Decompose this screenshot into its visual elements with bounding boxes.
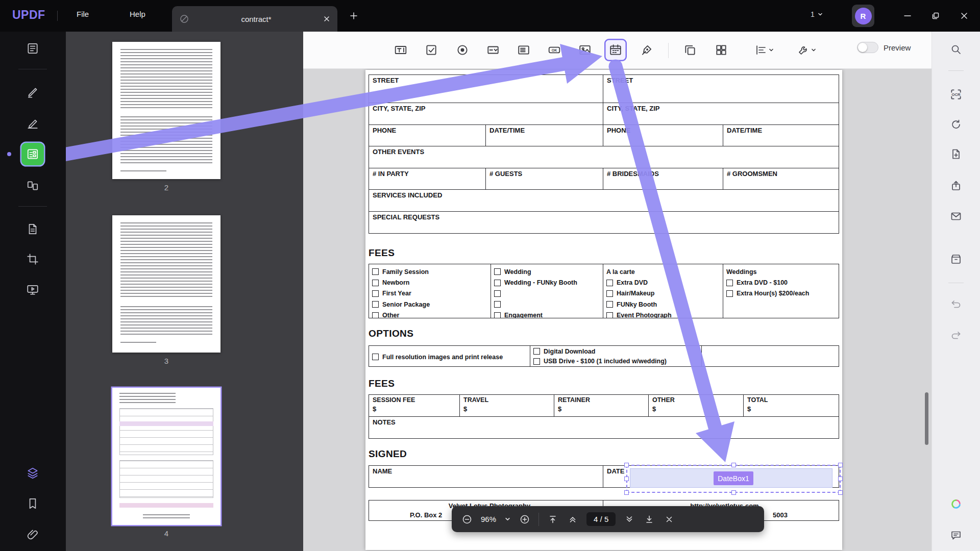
- signature-field-tool[interactable]: [635, 39, 658, 61]
- fees-checkbox-table: Family Session Newborn First Year Senior…: [369, 264, 839, 318]
- resize-handle[interactable]: [731, 490, 736, 495]
- form-field-button[interactable]: [21, 143, 44, 165]
- share-button[interactable]: [945, 175, 967, 196]
- button-field-tool[interactable]: OK: [543, 39, 566, 61]
- checkbox-label: FUNky Booth: [617, 301, 657, 308]
- field-label: # IN PARTY: [373, 170, 409, 178]
- tab-close-icon[interactable]: [323, 15, 330, 22]
- resize-handle[interactable]: [731, 463, 736, 467]
- last-page-button[interactable]: [643, 513, 655, 525]
- layout-tool[interactable]: [710, 39, 732, 61]
- zoom-out-button[interactable]: [461, 513, 473, 525]
- checkbox[interactable]: [494, 301, 501, 308]
- restore-button[interactable]: [927, 8, 944, 23]
- new-tab-button[interactable]: [346, 8, 361, 23]
- checkbox[interactable]: [494, 312, 501, 318]
- zoom-in-button[interactable]: [519, 513, 531, 525]
- resize-handle[interactable]: [838, 463, 843, 467]
- radio-field-tool[interactable]: [451, 39, 474, 61]
- checkbox[interactable]: [494, 268, 501, 275]
- checkbox[interactable]: [372, 268, 379, 275]
- next-page-button[interactable]: [623, 513, 635, 525]
- bookmarks-button[interactable]: [21, 492, 44, 515]
- preview-toggle[interactable]: [857, 42, 878, 53]
- checkbox[interactable]: [372, 354, 379, 360]
- extract-button[interactable]: [21, 218, 44, 240]
- vertical-scrollbar[interactable]: [925, 392, 928, 445]
- checkbox[interactable]: [494, 290, 501, 297]
- undo-button[interactable]: [945, 293, 967, 315]
- dropdown-field-tool[interactable]: [482, 39, 504, 61]
- thumbnail-page-3[interactable]: 3: [112, 215, 220, 365]
- resize-handle[interactable]: [624, 490, 629, 495]
- save-as-button[interactable]: [945, 143, 967, 165]
- resize-handle[interactable]: [624, 477, 629, 481]
- column-header: TRAVEL: [463, 396, 554, 404]
- zoom-level[interactable]: 96%: [481, 515, 496, 523]
- ai-assistant-button[interactable]: [945, 493, 967, 515]
- field-label: CITY, STATE, ZIP: [607, 105, 660, 112]
- checkbox[interactable]: [726, 290, 733, 297]
- field-label: NAME: [373, 467, 392, 475]
- document-tab[interactable]: contract*: [172, 6, 337, 32]
- duplicate-field-tool[interactable]: [679, 39, 701, 61]
- window-count-dropdown[interactable]: 1: [811, 10, 823, 18]
- edit-pdf-button[interactable]: [21, 112, 44, 135]
- field-label: # GUESTS: [489, 170, 522, 178]
- page-thumbnails-button[interactable]: [21, 462, 44, 484]
- duplicate-icon: [683, 43, 697, 57]
- ocr-button[interactable]: OCR: [945, 84, 967, 105]
- alignment-tool[interactable]: [749, 39, 779, 61]
- field-label: PHONE: [373, 127, 396, 134]
- options-table: Full resolution images and print release…: [369, 345, 839, 367]
- thumbnail-page-4[interactable]: 4: [112, 388, 220, 538]
- minimize-button[interactable]: [899, 8, 916, 23]
- convert-button[interactable]: [945, 114, 967, 135]
- checkbox[interactable]: [606, 301, 613, 308]
- checkbox[interactable]: [726, 280, 733, 286]
- checkbox[interactable]: [606, 280, 613, 286]
- close-window-button[interactable]: [956, 8, 972, 23]
- image-field-tool[interactable]: [574, 39, 596, 61]
- previous-page-button[interactable]: [567, 513, 579, 525]
- checkbox[interactable]: [494, 280, 501, 286]
- comments-button[interactable]: [945, 524, 967, 546]
- more-tools[interactable]: [792, 39, 821, 61]
- redo-button[interactable]: [945, 324, 967, 346]
- checkbox[interactable]: [533, 358, 540, 365]
- zoom-preset-dropdown[interactable]: [504, 513, 511, 525]
- alignment-icon: [755, 44, 767, 56]
- resize-handle[interactable]: [838, 477, 843, 481]
- page-indicator[interactable]: 4 / 5: [586, 512, 616, 526]
- crop-button[interactable]: [21, 248, 44, 270]
- annotate-button[interactable]: [21, 81, 44, 104]
- checkbox-field-tool[interactable]: [420, 39, 443, 61]
- checkbox[interactable]: [372, 290, 379, 297]
- date-field-tool[interactable]: [604, 39, 627, 61]
- account-button[interactable]: R: [852, 5, 874, 27]
- mail-button[interactable]: [945, 206, 967, 227]
- resize-handle[interactable]: [838, 490, 843, 495]
- left-tool-rail: [0, 32, 66, 551]
- checkbox[interactable]: [606, 290, 613, 297]
- checkbox[interactable]: [533, 348, 540, 355]
- field-label: STREET: [373, 77, 399, 84]
- read-mode-button[interactable]: [21, 37, 44, 60]
- text-field-tool[interactable]: [389, 39, 412, 61]
- menu-help[interactable]: Help: [130, 10, 145, 18]
- search-button[interactable]: [945, 39, 967, 60]
- checkbox[interactable]: [606, 312, 613, 318]
- resize-handle[interactable]: [624, 463, 629, 467]
- organize-pages-button[interactable]: [21, 174, 44, 197]
- checkbox[interactable]: [372, 301, 379, 308]
- first-page-button[interactable]: [547, 513, 559, 525]
- present-button[interactable]: [21, 279, 44, 301]
- attachments-button[interactable]: [21, 523, 44, 546]
- thumbnail-page-2[interactable]: 2: [112, 42, 220, 192]
- archive-button[interactable]: [945, 248, 967, 270]
- menu-file[interactable]: File: [77, 10, 89, 18]
- close-toolbar-button[interactable]: [663, 513, 675, 525]
- listbox-field-tool[interactable]: [512, 39, 535, 61]
- checkbox[interactable]: [372, 312, 379, 318]
- checkbox[interactable]: [372, 280, 379, 286]
